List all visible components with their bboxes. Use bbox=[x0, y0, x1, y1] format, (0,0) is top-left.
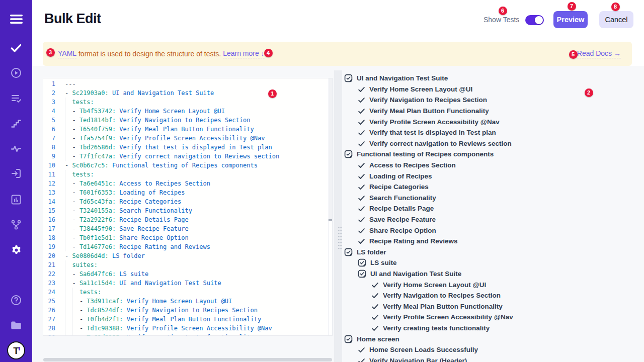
test-label: Home Screen Loads Successfully bbox=[369, 346, 478, 353]
test-label: Loading of Recipes bbox=[369, 172, 432, 180]
test-check-icon bbox=[358, 205, 365, 212]
code-line[interactable]: 19 - Td14677e6: Recipe Rating and Review… bbox=[43, 242, 328, 251]
test-label: Verify Profile Screen Accessibility @Nav bbox=[369, 118, 500, 126]
test-check-icon bbox=[358, 216, 365, 223]
reports-chart-icon[interactable] bbox=[0, 190, 32, 210]
line-number: 20 bbox=[43, 251, 65, 260]
tree-test-row: Verify Meal Plan Button Functionality bbox=[342, 106, 639, 117]
test-check-icon bbox=[358, 129, 365, 136]
code-line[interactable]: 24 tests: bbox=[43, 288, 328, 297]
code-line[interactable]: 8 - Tbd26586d: Verify that test is displ… bbox=[43, 143, 328, 152]
suite-checkbox-icon bbox=[358, 258, 366, 267]
help-icon[interactable] bbox=[0, 290, 32, 310]
line-number: 19 bbox=[43, 242, 65, 251]
code-line[interactable]: 22 - Sa6d47fc6: LS suite bbox=[43, 269, 328, 279]
editor-vertical-scrollbar[interactable] bbox=[328, 78, 332, 335]
line-number: 11 bbox=[43, 170, 65, 179]
toggle-knob bbox=[535, 16, 543, 24]
tree-test-row: Save Recipe Feature bbox=[342, 214, 639, 225]
code-line[interactable]: 1--- bbox=[43, 79, 328, 88]
banner-text: format is used to design the structure o… bbox=[76, 50, 223, 58]
test-check-icon bbox=[358, 183, 365, 191]
horizontal-scrollbar-thumb[interactable] bbox=[43, 358, 332, 361]
preview-button[interactable]: Preview bbox=[553, 11, 588, 28]
vertical-scrollbar-thumb[interactable] bbox=[329, 78, 332, 220]
code-line[interactable]: 21 suites: bbox=[43, 260, 328, 269]
annotation-badge: 7 bbox=[568, 2, 576, 11]
tree-test-row: Verify that test is displayed in Test pl… bbox=[342, 127, 639, 138]
tests-check-icon[interactable] bbox=[0, 38, 32, 58]
code-area[interactable]: 1---2- Sc21903a0: UI and Navigation Test… bbox=[43, 79, 328, 336]
code-line[interactable]: 15 - T3240155a: Search Functionality bbox=[43, 206, 328, 215]
annotation-badge: 8 bbox=[611, 3, 620, 11]
test-check-icon bbox=[371, 303, 379, 310]
code-line[interactable]: 23 - Sa11c15d4: UI and Navigation Test S… bbox=[43, 279, 328, 288]
test-check-icon bbox=[371, 281, 379, 289]
code-line[interactable]: 9 - T7f1fc47a: Verify correct navigation… bbox=[43, 152, 328, 161]
code-line[interactable]: 14 - Td65c43fa: Recipe Categories bbox=[43, 197, 328, 206]
code-line[interactable]: 29 - Tc63d5355: Verify creating tests fu… bbox=[43, 333, 328, 336]
test-label: Access to Recipes Section bbox=[369, 161, 456, 169]
code-line[interactable]: 10- Sc0b6c7c5: Functional testing of Rec… bbox=[43, 161, 328, 170]
code-line[interactable]: 4 - Tb4f53742: Verify Home Screen Layout… bbox=[43, 107, 328, 116]
line-number: 25 bbox=[43, 297, 65, 306]
test-plan-list-icon[interactable] bbox=[0, 88, 32, 109]
test-label: Verify Home Screen Layout @UI bbox=[383, 281, 486, 289]
suite-label: UI and Navigation Test Suite bbox=[357, 74, 448, 82]
test-label: Verify Meal Plan Button Functionality bbox=[369, 107, 489, 115]
suite-label: Functional testing of Recipes components bbox=[357, 150, 494, 158]
code-line[interactable]: 25 - T3d911caf: Verify Home Screen Layou… bbox=[43, 297, 328, 306]
tree-test-row: Home Screen Loads Successfully bbox=[342, 344, 639, 355]
read-docs-link[interactable]: Read Docs → bbox=[577, 49, 621, 58]
test-check-icon bbox=[358, 227, 365, 234]
tree-test-row: Verify Navigation Bar (Header) bbox=[342, 355, 639, 362]
activity-pulse-icon[interactable] bbox=[0, 139, 32, 159]
milestones-steps-icon[interactable] bbox=[0, 114, 32, 134]
runs-play-icon[interactable] bbox=[0, 63, 32, 83]
app-logo[interactable]: T bbox=[0, 340, 32, 360]
line-number: 24 bbox=[43, 288, 65, 297]
code-line[interactable]: 27 - T0fb4d2f1: Verify Meal Plan Button … bbox=[43, 315, 328, 324]
yaml-editor[interactable]: 1---2- Sc21903a0: UI and Navigation Test… bbox=[43, 78, 333, 336]
code-line[interactable]: 13 - T601f6353: Loading of Recipes bbox=[43, 188, 328, 197]
tree-test-row: Verify Home Screen Layout @UI bbox=[342, 279, 639, 290]
line-number: 17 bbox=[43, 224, 65, 233]
learn-more-link[interactable]: Learn more ↓ bbox=[223, 49, 264, 58]
code-line[interactable]: 16 - T2a2922f6: Recipe Details Page bbox=[43, 215, 328, 224]
integrations-branch-icon[interactable] bbox=[0, 215, 32, 235]
tree-suite-row: Home screen bbox=[342, 333, 639, 344]
test-label: Recipe Details Page bbox=[369, 205, 434, 212]
test-label: Recipe Categories bbox=[369, 183, 429, 191]
projects-folder-icon[interactable] bbox=[0, 315, 32, 335]
show-tests-toggle[interactable] bbox=[525, 15, 544, 25]
code-line[interactable]: 7 - Tfa5754f9: Verify Profile Screen Acc… bbox=[43, 134, 328, 143]
code-line[interactable]: 20- Se0806d4d: LS folder bbox=[43, 251, 328, 260]
code-line[interactable]: 2- Sc21903a0: UI and Navigation Test Sui… bbox=[43, 88, 328, 98]
tree-test-row: Verify Navigation to Recipes Section bbox=[342, 95, 639, 106]
test-check-icon bbox=[358, 357, 365, 362]
test-check-icon bbox=[358, 140, 365, 147]
test-check-icon bbox=[358, 346, 365, 353]
tree-test-row: Search Functionality bbox=[342, 193, 639, 204]
cancel-button[interactable]: Cancel bbox=[599, 11, 633, 28]
test-check-icon bbox=[358, 172, 365, 180]
settings-gear-icon[interactable] bbox=[0, 240, 32, 260]
code-line[interactable]: 5 - Ted1814bf: Verify Navigation to Reci… bbox=[43, 116, 328, 125]
code-line[interactable]: 6 - T6540f759: Verify Meal Plan Button F… bbox=[43, 125, 328, 134]
yaml-link[interactable]: YAML bbox=[58, 49, 76, 58]
code-line[interactable]: 26 - Tdc8524df: Verify Navigation to Rec… bbox=[43, 306, 328, 315]
annotation-badge: 3 bbox=[46, 48, 55, 57]
code-line[interactable]: 3 tests: bbox=[43, 98, 328, 107]
menu-icon[interactable] bbox=[0, 9, 32, 29]
code-line[interactable]: 28 - Td1c98388: Verify Profile Screen Ac… bbox=[43, 324, 328, 333]
code-line[interactable]: 18 - Tb0f1e5d1: Share Recipe Option bbox=[43, 233, 328, 242]
code-line[interactable]: 17 - T38445f90: Save Recipe Feature bbox=[43, 224, 328, 233]
suite-label: LS folder bbox=[357, 248, 386, 256]
code-line[interactable]: 12 - Ta6e6451c: Access to Recipes Sectio… bbox=[43, 179, 328, 188]
line-number: 18 bbox=[43, 233, 65, 242]
suite-label: LS suite bbox=[370, 259, 397, 266]
login-icon[interactable] bbox=[0, 163, 32, 184]
test-label: Verify Home Screen Layout @UI bbox=[369, 85, 472, 93]
code-line[interactable]: 11 tests: bbox=[43, 170, 328, 179]
panel-resize-handle[interactable] bbox=[338, 226, 342, 249]
